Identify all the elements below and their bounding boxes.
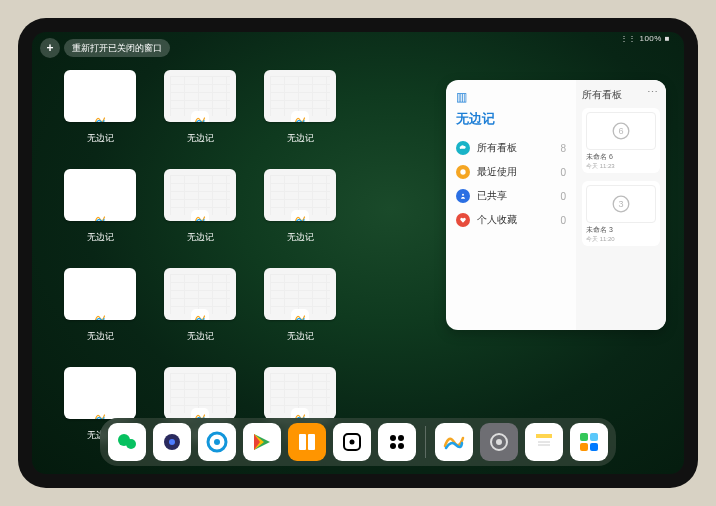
svg-text:3: 3 (618, 199, 623, 209)
dock-app-play[interactable] (243, 423, 281, 461)
window-thumbnail (164, 169, 236, 221)
dock-app-freeform[interactable] (435, 423, 473, 461)
dock-app-qqbrowser[interactable] (198, 423, 236, 461)
menu-item-share[interactable]: 已共享 0 (456, 184, 566, 208)
clock-icon (456, 165, 470, 179)
window-label: 无边记 (187, 330, 214, 343)
svg-rect-22 (536, 434, 552, 438)
sidebar-toggle-icon[interactable]: ▥ (456, 90, 566, 104)
svg-point-15 (350, 440, 355, 445)
window-thumbnail (264, 169, 336, 221)
window-thumbnail (164, 70, 236, 122)
board-label: 未命名 3 (586, 225, 656, 235)
menu-label: 已共享 (477, 189, 507, 203)
window-label: 无边记 (287, 330, 314, 343)
window-label: 无边记 (287, 231, 314, 244)
reopen-closed-window-button[interactable]: 重新打开已关闭的窗口 (64, 39, 170, 57)
svg-point-1 (462, 194, 464, 196)
new-window-button[interactable]: + (40, 38, 60, 58)
menu-label: 所有看板 (477, 141, 517, 155)
board-label: 未命名 6 (586, 152, 656, 162)
window-thumbnail (64, 268, 136, 320)
menu-item-clock[interactable]: 最近使用 0 (456, 160, 566, 184)
window-tile[interactable]: 无边记 (260, 169, 340, 244)
window-thumbnail (64, 70, 136, 122)
dock-app-notes[interactable] (525, 423, 563, 461)
dock-app-obsidian[interactable] (378, 423, 416, 461)
svg-point-21 (496, 439, 502, 445)
window-tile[interactable]: 无边记 (60, 169, 140, 244)
window-thumbnail (264, 268, 336, 320)
dock-app-quark[interactable] (153, 423, 191, 461)
svg-rect-29 (590, 443, 598, 451)
board-preview: 3 (586, 185, 656, 223)
window-tile[interactable]: 无边记 (260, 70, 340, 145)
svg-point-9 (169, 439, 175, 445)
svg-point-18 (390, 443, 396, 449)
ipad-frame: ⋮⋮ 100% ■ + 重新打开已关闭的窗口 无边记 无边记 无边记 无边记 无… (18, 18, 698, 488)
freeform-app-icon (91, 309, 109, 320)
window-tile[interactable]: 无边记 (160, 70, 240, 145)
window-label: 无边记 (87, 132, 114, 145)
window-tile[interactable]: 无边记 (60, 268, 140, 343)
window-tile[interactable]: 无边记 (60, 70, 140, 145)
screen: ⋮⋮ 100% ■ + 重新打开已关闭的窗口 无边记 无边记 无边记 无边记 无… (32, 32, 684, 474)
freeform-panel[interactable]: ⋯ ▥ 无边记 所有看板 8 最近使用 0 已共享 0 个人收藏 0 所有看板 … (446, 80, 666, 330)
svg-point-11 (214, 439, 220, 445)
menu-count: 0 (560, 167, 566, 178)
freeform-app-icon (91, 111, 109, 122)
window-tile[interactable]: 无边记 (160, 169, 240, 244)
freeform-app-icon (91, 210, 109, 221)
status-bar: ⋮⋮ 100% ■ (620, 34, 670, 43)
svg-rect-28 (580, 443, 588, 451)
menu-label: 最近使用 (477, 165, 517, 179)
window-tile[interactable]: 无边记 (160, 268, 240, 343)
menu-count: 0 (560, 191, 566, 202)
board-preview: 6 (586, 112, 656, 150)
board-timestamp: 今天 11:23 (586, 162, 656, 171)
svg-point-17 (398, 435, 404, 441)
svg-rect-26 (580, 433, 588, 441)
window-label: 无边记 (87, 330, 114, 343)
freeform-app-icon (291, 210, 309, 221)
board-timestamp: 今天 11:20 (586, 235, 656, 244)
menu-count: 0 (560, 215, 566, 226)
dock-app-books[interactable] (288, 423, 326, 461)
share-icon (456, 189, 470, 203)
window-thumbnail (164, 268, 236, 320)
window-label: 无边记 (87, 231, 114, 244)
svg-rect-23 (536, 438, 552, 450)
dock-app-library[interactable] (570, 423, 608, 461)
freeform-app-icon (91, 408, 109, 419)
freeform-app-icon (291, 309, 309, 320)
svg-text:6: 6 (618, 126, 623, 136)
dock-separator (425, 426, 426, 458)
window-label: 无边记 (287, 132, 314, 145)
menu-count: 8 (560, 143, 566, 154)
dock (100, 418, 616, 466)
window-thumbnail (64, 169, 136, 221)
window-thumbnail (164, 367, 236, 419)
window-thumbnail (64, 367, 136, 419)
dock-app-settings[interactable] (480, 423, 518, 461)
svg-point-7 (126, 439, 136, 449)
panel-sidebar: ▥ 无边记 所有看板 8 最近使用 0 已共享 0 个人收藏 0 (446, 80, 576, 330)
svg-point-19 (398, 443, 404, 449)
board-card[interactable]: 6 未命名 6 今天 11:23 (582, 108, 660, 173)
window-tile[interactable]: 无边记 (260, 268, 340, 343)
menu-item-heart[interactable]: 个人收藏 0 (456, 208, 566, 232)
cloud-icon (456, 141, 470, 155)
dock-app-dice[interactable] (333, 423, 371, 461)
heart-icon (456, 213, 470, 227)
menu-item-cloud[interactable]: 所有看板 8 (456, 136, 566, 160)
more-icon[interactable]: ⋯ (647, 86, 658, 99)
window-label: 无边记 (187, 231, 214, 244)
top-controls: + 重新打开已关闭的窗口 (40, 38, 170, 58)
dock-app-wechat[interactable] (108, 423, 146, 461)
svg-rect-12 (299, 434, 306, 450)
window-label: 无边记 (187, 132, 214, 145)
window-thumbnail (264, 70, 336, 122)
board-card[interactable]: 3 未命名 3 今天 11:20 (582, 181, 660, 246)
freeform-app-icon (191, 309, 209, 320)
svg-point-16 (390, 435, 396, 441)
